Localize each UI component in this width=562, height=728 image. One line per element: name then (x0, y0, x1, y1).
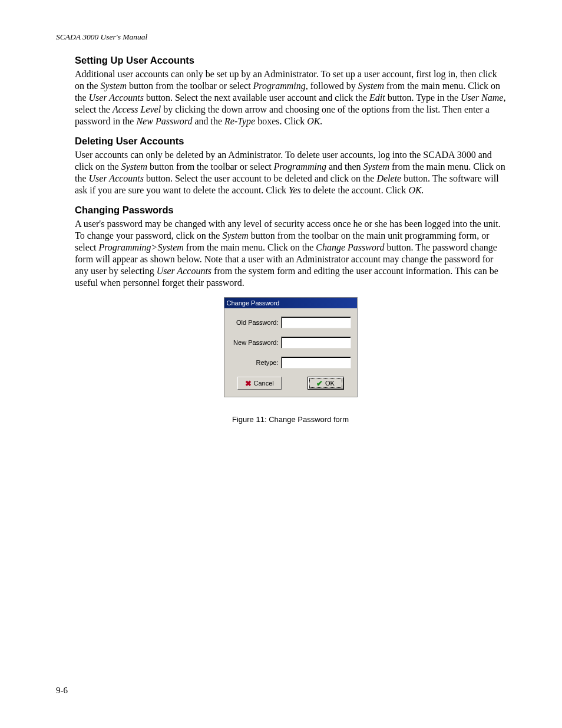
old-password-label: Old Password: (230, 319, 281, 326)
dialog-titlebar: Change Password (224, 298, 357, 308)
ok-button-label: OK (325, 380, 335, 387)
change-password-dialog: Change Password Old Password: New Passwo… (224, 297, 358, 397)
cancel-icon: ✖ (245, 380, 252, 387)
new-password-label: New Password: (230, 339, 281, 346)
figure-caption: Figure 11: Change Password form (232, 415, 349, 424)
old-password-input[interactable] (281, 317, 351, 328)
ok-icon: ✔ (316, 380, 323, 387)
retype-input[interactable] (281, 357, 351, 368)
heading-setting-up: Setting Up User Accounts (75, 55, 506, 66)
heading-changing-passwords: Changing Passwords (75, 205, 506, 216)
ok-button[interactable]: ✔ OK (308, 377, 344, 390)
retype-label: Retype: (230, 359, 281, 366)
paragraph-deleting: User accounts can only be deleted by an … (75, 149, 506, 196)
heading-deleting: Deleting User Accounts (75, 136, 506, 147)
cancel-button[interactable]: ✖ Cancel (237, 377, 282, 390)
paragraph-setting-up: Additional user accounts can only be set… (75, 68, 506, 127)
new-password-input[interactable] (281, 337, 351, 348)
page-number: 9-6 (56, 686, 68, 696)
running-header: SCADA 3000 User's Manual (56, 32, 506, 42)
cancel-button-label: Cancel (254, 380, 274, 387)
paragraph-changing-passwords: A user's password may be changed with an… (75, 218, 506, 289)
